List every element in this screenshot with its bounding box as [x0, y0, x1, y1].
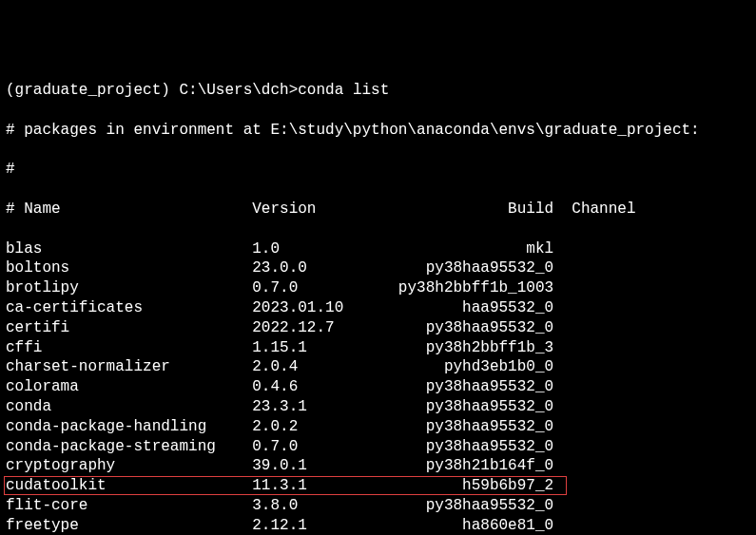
package-row: freetype 2.12.1 ha860e81_0 — [6, 516, 750, 535]
package-row: blas 1.0 mkl — [6, 239, 750, 259]
package-row: conda-package-handling 2.0.2 py38haa9553… — [6, 417, 750, 437]
package-row: certifi 2022.12.7 py38haa95532_0 — [6, 318, 750, 338]
package-row: ca-certificates 2023.01.10 haa95532_0 — [6, 298, 750, 318]
package-row: charset-normalizer 2.0.4 pyhd3eb1b0_0 — [6, 357, 750, 377]
package-row: cffi 1.15.1 py38h2bbff1b_3 — [6, 338, 750, 358]
column-headers: # Name Version Build Channel — [6, 200, 750, 220]
package-row: boltons 23.0.0 py38haa95532_0 — [6, 258, 750, 278]
package-row: colorama 0.4.6 py38haa95532_0 — [6, 377, 750, 397]
package-row: cryptography 39.0.1 py38h21b164f_0 — [6, 456, 750, 476]
highlight-box — [4, 476, 567, 495]
hash-divider: # — [6, 160, 750, 180]
package-row: cudatoolkit 11.3.1 h59b6b97_2 — [6, 476, 750, 496]
package-row: flit-core 3.8.0 py38haa95532_0 — [6, 496, 750, 516]
command-prompt[interactable]: (graduate_project) C:\Users\dch>conda li… — [6, 81, 750, 101]
command-text: conda list — [298, 82, 389, 99]
package-row: conda 23.3.1 py38haa95532_0 — [6, 397, 750, 417]
package-row: conda-package-streaming 0.7.0 py38haa955… — [6, 437, 750, 457]
package-list: blas 1.0 mklboltons 23.0.0 py38haa95532_… — [6, 239, 750, 535]
directory-path: C:\Users\dch> — [179, 82, 298, 99]
package-row: brotlipy 0.7.0 py38h2bbff1b_1003 — [6, 278, 750, 298]
env-prefix: (graduate_project) — [6, 82, 170, 99]
environment-info: # packages in environment at E:\study\py… — [6, 121, 750, 141]
